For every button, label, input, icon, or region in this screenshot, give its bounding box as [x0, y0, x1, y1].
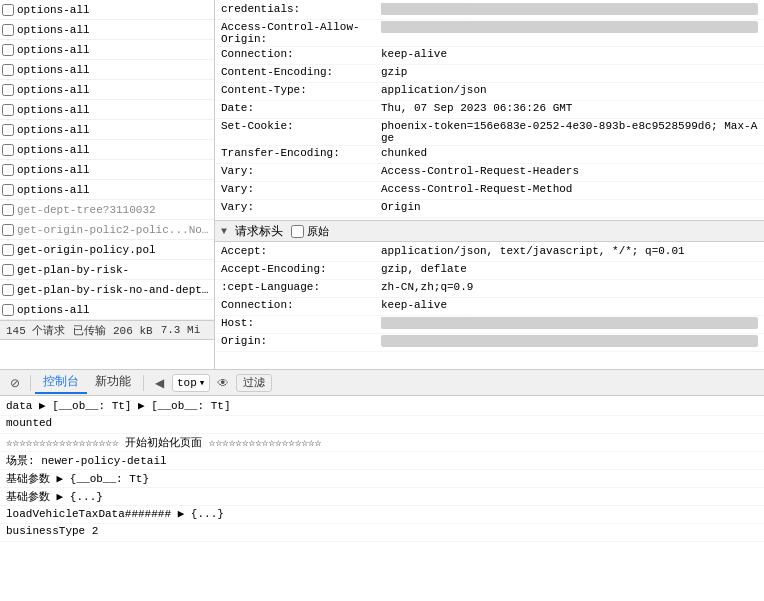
request-checkbox[interactable] — [2, 144, 14, 156]
request-row: options-all — [0, 140, 214, 160]
header-row: Vary:Access-Control-Request-Method — [215, 182, 764, 200]
dropdown-arrow-icon: ▾ — [199, 376, 206, 389]
request-name[interactable]: options-all — [17, 164, 90, 176]
request-checkbox[interactable] — [2, 304, 14, 316]
request-row: options-all — [0, 20, 214, 40]
request-name[interactable]: options-all — [17, 304, 90, 316]
request-row: get-origin-policy.pol — [0, 240, 214, 260]
request-row: options-all — [0, 40, 214, 60]
header-row: Accept:application/json, text/javascript… — [215, 244, 764, 262]
request-name[interactable]: options-all — [17, 24, 90, 36]
request-name[interactable]: get-plan-by-risk- — [17, 264, 129, 276]
header-name: Content-Type: — [221, 84, 381, 96]
request-checkbox[interactable] — [2, 104, 14, 116]
left-panel: options-alloptions-alloptions-alloptions… — [0, 0, 215, 369]
right-panel: credentials:█████████████Access-Control-… — [215, 0, 764, 369]
top-dropdown[interactable]: top ▾ — [172, 374, 210, 392]
header-value: Access-Control-Request-Headers — [381, 165, 758, 177]
request-name[interactable]: options-all — [17, 4, 90, 16]
request-name[interactable]: get-origin-polic2-polic...No...2033( — [17, 224, 212, 236]
request-checkbox[interactable] — [2, 84, 14, 96]
header-value: █████████████ — [381, 317, 758, 329]
header-name: Transfer-Encoding: — [221, 147, 381, 159]
console-toolbar: ⊘ 控制台新功能 ◀ top ▾ 👁 过滤 — [0, 370, 764, 396]
request-checkbox[interactable] — [2, 4, 14, 16]
request-row: options-all — [0, 120, 214, 140]
header-row: Vary:Origin — [215, 200, 764, 218]
header-name: Access-Control-Allow-Origin: — [221, 21, 381, 45]
request-name[interactable]: options-all — [17, 104, 90, 116]
request-checkbox[interactable] — [2, 124, 14, 136]
section-collapse-icon[interactable]: ▼ — [221, 226, 227, 237]
request-name[interactable]: options-all — [17, 44, 90, 56]
header-name: Connection: — [221, 299, 381, 311]
console-line: 基础参数 ▶ {__ob__: Tt} — [0, 470, 764, 488]
header-row: Set-Cookie:phoenix-token=156e683e-0252-4… — [215, 119, 764, 146]
request-name[interactable]: options-all — [17, 84, 90, 96]
request-row: get-plan-by-risk- — [0, 260, 214, 280]
request-checkbox[interactable] — [2, 204, 14, 216]
header-name: Accept-Encoding: — [221, 263, 381, 275]
header-row: Connection:keep-alive — [215, 47, 764, 65]
request-name[interactable]: get-dept-tree?3110032 — [17, 204, 156, 216]
console-tab[interactable]: 控制台 — [35, 372, 87, 394]
header-name: Host: — [221, 317, 381, 329]
header-value: http:// — [381, 335, 758, 347]
request-name[interactable]: get-plan-by-risk-no-and-dept-c — [17, 284, 212, 296]
header-row: Vary:Access-Control-Request-Headers — [215, 164, 764, 182]
request-name[interactable]: options-all — [17, 184, 90, 196]
raw-label: 原始 — [307, 224, 329, 239]
console-tab[interactable]: 新功能 — [87, 372, 139, 394]
transferred: 已传输 206 kB — [73, 323, 152, 338]
console-line: loadVehicleTaxData####### ▶ {...} — [0, 506, 764, 524]
request-checkbox[interactable] — [2, 224, 14, 236]
raw-checkbox[interactable] — [291, 225, 304, 238]
request-checkbox[interactable] — [2, 264, 14, 276]
header-name: Vary: — [221, 165, 381, 177]
header-row: Host:█████████████ — [215, 316, 764, 334]
raw-checkbox-label[interactable]: 原始 — [291, 224, 329, 239]
header-row: Content-Type:application/json — [215, 83, 764, 101]
header-row: Accept-Encoding:gzip, deflate — [215, 262, 764, 280]
top-pane: options-alloptions-alloptions-alloptions… — [0, 0, 764, 370]
eye-button[interactable]: 👁 — [212, 372, 234, 394]
console-line: ☆☆☆☆☆☆☆☆☆☆☆☆☆☆☆☆☆ 开始初始化页面 ☆☆☆☆☆☆☆☆☆☆☆☆☆☆… — [0, 434, 764, 452]
header-row: credentials:█████████████ — [215, 2, 764, 20]
request-name[interactable]: options-all — [17, 144, 90, 156]
request-checkbox[interactable] — [2, 64, 14, 76]
request-row: get-origin-polic2-polic...No...2033( — [0, 220, 214, 240]
request-row: options-all — [0, 300, 214, 320]
request-checkbox[interactable] — [2, 184, 14, 196]
toolbar-separator-1 — [30, 375, 31, 391]
header-value: application/json, text/javascript, */*; … — [381, 245, 758, 257]
request-checkbox[interactable] — [2, 24, 14, 36]
header-value: Access-Control-Request-Method — [381, 183, 758, 195]
request-name[interactable]: get-origin-policy.pol — [17, 244, 156, 256]
console-content: data ▶ [__ob__: Tt] ▶ [__ob__: Tt]mounte… — [0, 396, 764, 601]
console-line: businessType 2 — [0, 524, 764, 542]
request-checkbox[interactable] — [2, 244, 14, 256]
console-line: mounted — [0, 416, 764, 434]
header-row: Access-Control-Allow-Origin:████████████… — [215, 20, 764, 47]
header-row: Origin:http:// — [215, 334, 764, 352]
console-line: 场景: newer-policy-detail — [0, 452, 764, 470]
header-value: █████████████ — [381, 3, 758, 15]
request-checkbox[interactable] — [2, 164, 14, 176]
request-name[interactable]: options-all — [17, 64, 90, 76]
header-name: Content-Encoding: — [221, 66, 381, 78]
header-name: :cept-Language: — [221, 281, 381, 293]
size: 7.3 Mi — [161, 324, 201, 336]
header-name: Vary: — [221, 183, 381, 195]
request-checkbox[interactable] — [2, 284, 14, 296]
header-row: Date:Thu, 07 Sep 2023 06:36:26 GMT — [215, 101, 764, 119]
clear-console-button[interactable]: ⊘ — [4, 372, 26, 394]
request-count: 145 个请求 — [6, 323, 65, 338]
header-value: █████████████ — [381, 21, 758, 33]
filter-button[interactable]: 过滤 — [236, 374, 272, 392]
header-row: Transfer-Encoding:chunked — [215, 146, 764, 164]
request-checkbox[interactable] — [2, 44, 14, 56]
request-section-header: ▼ 请求标头 原始 — [215, 220, 764, 242]
request-name[interactable]: options-all — [17, 124, 90, 136]
back-button[interactable]: ◀ — [148, 372, 170, 394]
header-value: Origin — [381, 201, 758, 213]
